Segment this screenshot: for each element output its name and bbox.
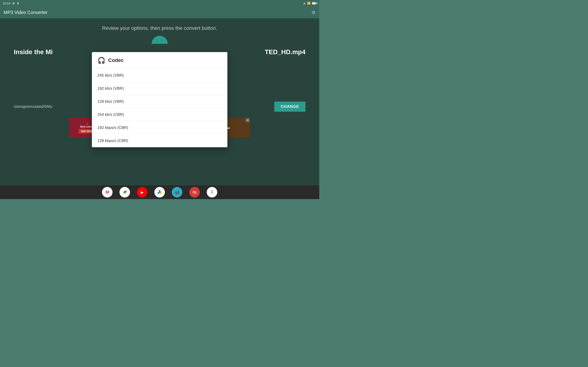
codec-option-6[interactable]: 128 kbps/s (CBR) — [92, 134, 227, 147]
codec-modal: 🎧 Codec 245 kb/s (VBR) 192 kb/s (VBR) 12… — [92, 52, 227, 147]
modal-divider — [92, 68, 227, 68]
codec-option-2[interactable]: 192 kb/s (VBR) — [92, 82, 227, 95]
codec-option-1[interactable]: 245 kb/s (VBR) — [92, 69, 227, 82]
modal-header: 🎧 Codec — [92, 52, 227, 68]
modal-title: Codec — [108, 57, 124, 63]
codec-option-5[interactable]: 192 kbps/s (CBR) — [92, 121, 227, 134]
headphones-icon: 🎧 — [97, 57, 105, 64]
modal-overlay: 🎧 Codec 245 kb/s (VBR) 192 kb/s (VBR) 12… — [0, 0, 319, 199]
codec-option-3[interactable]: 128 kb/s (VBR) — [92, 95, 227, 108]
codec-option-4[interactable]: 254 kb/s (CBR) — [92, 108, 227, 121]
